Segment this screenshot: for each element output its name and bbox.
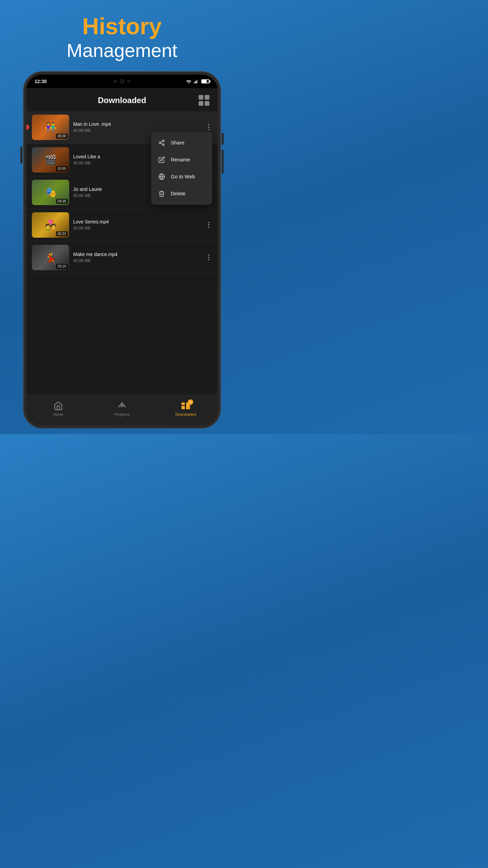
svg-line-7 bbox=[161, 143, 163, 144]
signal-icon bbox=[194, 79, 199, 84]
battery-icon bbox=[201, 79, 209, 83]
volume-button bbox=[20, 146, 22, 163]
item-thumbnail: 🎭 04:36 bbox=[32, 180, 69, 205]
svg-rect-1 bbox=[195, 81, 196, 83]
delete-label: Delete bbox=[171, 191, 185, 196]
svg-point-4 bbox=[163, 140, 164, 142]
status-icons bbox=[186, 79, 209, 84]
wifi-icon bbox=[186, 79, 192, 84]
table-row[interactable]: 💑 02:22 Love Series.mp4 40.88 MB bbox=[26, 209, 218, 241]
item-title: Man in Love .mp4 bbox=[73, 121, 201, 127]
front-camera bbox=[120, 79, 124, 84]
item-thumbnail: 💃 03:10 bbox=[32, 245, 69, 270]
share-label: Share bbox=[171, 140, 184, 145]
nav-item-downloaded[interactable]: 1 Downloaded bbox=[154, 401, 218, 416]
hero-subtitle: Management bbox=[67, 39, 178, 62]
more-options-button[interactable] bbox=[205, 220, 212, 229]
go-to-web-label: Go to Web bbox=[171, 174, 195, 179]
dot-2 bbox=[208, 257, 209, 258]
menu-item-rename[interactable]: Rename bbox=[151, 151, 212, 168]
video-duration: 02:22 bbox=[56, 231, 68, 236]
item-title: Make me dance.mp4 bbox=[73, 252, 201, 257]
nav-item-progress[interactable]: Progress bbox=[90, 401, 154, 416]
menu-item-go-to-web[interactable]: Go to Web bbox=[151, 168, 212, 185]
item-thumbnail: 💑 02:22 bbox=[32, 212, 69, 238]
hero-section: History Management bbox=[67, 14, 178, 62]
download-list: 👫 05:00 Man in Love .mp4 40.88 MB bbox=[26, 111, 218, 395]
nav-label-downloaded: Downloaded bbox=[175, 412, 196, 416]
table-row[interactable]: 💃 03:10 Make me dance.mp4 40.88 MB bbox=[26, 241, 218, 274]
phone-shell: 12:30 bbox=[24, 72, 220, 428]
rename-icon bbox=[158, 156, 165, 163]
progress-icon-wrap bbox=[116, 401, 128, 411]
menu-item-share[interactable]: Share bbox=[151, 134, 212, 151]
progress-icon bbox=[117, 401, 127, 411]
dot-1 bbox=[208, 254, 209, 256]
notch-dot-1 bbox=[114, 80, 117, 83]
item-info: Love Series.mp4 40.88 MB bbox=[69, 219, 205, 231]
more-options-button[interactable] bbox=[205, 123, 212, 132]
page-title: Downloaded bbox=[98, 96, 146, 105]
svg-rect-12 bbox=[182, 402, 185, 405]
table-row[interactable]: 👫 05:00 Man in Love .mp4 40.88 MB bbox=[26, 111, 218, 144]
video-duration: 05:00 bbox=[56, 134, 68, 139]
svg-rect-0 bbox=[194, 82, 195, 83]
nav-label-progress: Progress bbox=[115, 412, 129, 416]
menu-item-delete[interactable]: Delete bbox=[151, 185, 212, 202]
dot-1 bbox=[208, 124, 209, 125]
status-bar: 12:30 bbox=[26, 75, 218, 88]
status-time: 12:30 bbox=[35, 79, 47, 84]
bottom-navigation: Home Progress bbox=[26, 395, 218, 425]
svg-rect-2 bbox=[196, 81, 197, 83]
grid-cell-4 bbox=[205, 101, 209, 106]
share-icon bbox=[158, 139, 165, 146]
notch-dot-2 bbox=[127, 80, 130, 83]
home-icon-wrap bbox=[52, 401, 64, 411]
video-duration: 04:36 bbox=[56, 199, 68, 204]
delete-icon bbox=[158, 190, 165, 197]
item-title: Love Series.mp4 bbox=[73, 219, 201, 224]
grid-view-button[interactable] bbox=[199, 95, 209, 106]
notch bbox=[98, 77, 146, 86]
more-options-button[interactable] bbox=[205, 253, 212, 262]
context-menu: Share Rename bbox=[151, 132, 212, 205]
item-thumbnail: 🎬 03:55 bbox=[32, 147, 69, 173]
app-header: Downloaded bbox=[26, 88, 218, 111]
power-button bbox=[222, 133, 224, 145]
rename-label: Rename bbox=[171, 157, 190, 162]
dot-2 bbox=[208, 224, 209, 225]
video-duration: 03:55 bbox=[56, 166, 68, 171]
app-screen: Downloaded 👫 05:00 bbox=[26, 88, 218, 425]
dot-3 bbox=[208, 226, 209, 228]
dot-1 bbox=[208, 222, 209, 223]
nav-label-home: Home bbox=[53, 412, 63, 416]
video-duration: 03:10 bbox=[56, 264, 68, 269]
recording-indicator bbox=[26, 124, 29, 130]
grid-cell-1 bbox=[199, 95, 203, 100]
battery-fill bbox=[202, 80, 207, 83]
dot-3 bbox=[208, 259, 209, 260]
grid-cell-2 bbox=[205, 95, 209, 100]
item-size: 40.88 MB bbox=[73, 226, 201, 231]
phone-mockup: 12:30 bbox=[24, 72, 220, 428]
svg-point-6 bbox=[163, 144, 164, 145]
nav-badge-downloaded: 1 bbox=[188, 399, 193, 405]
hero-title: History bbox=[67, 14, 178, 39]
nav-item-home[interactable]: Home bbox=[26, 401, 90, 416]
item-info: Make me dance.mp4 40.88 MB bbox=[69, 252, 205, 263]
dot-3 bbox=[208, 129, 209, 130]
svg-rect-13 bbox=[182, 406, 185, 409]
svg-point-5 bbox=[159, 142, 161, 143]
svg-line-8 bbox=[161, 141, 163, 142]
item-thumbnail: 👫 05:00 bbox=[32, 115, 69, 140]
svg-rect-3 bbox=[197, 80, 198, 83]
bixby-button bbox=[222, 150, 224, 174]
web-icon bbox=[158, 173, 165, 180]
downloaded-icon-wrap: 1 bbox=[180, 401, 192, 411]
dot-2 bbox=[208, 126, 209, 128]
item-size: 40.88 MB bbox=[73, 258, 201, 263]
home-icon bbox=[54, 401, 63, 411]
grid-cell-3 bbox=[199, 101, 203, 106]
